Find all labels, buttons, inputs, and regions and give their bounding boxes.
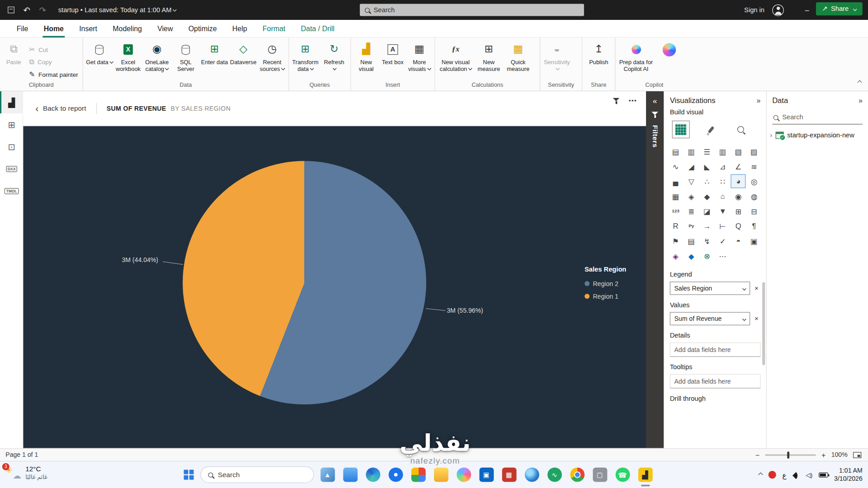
expand-dataset-icon[interactable]: › [770, 131, 772, 139]
viz-slicer-icon[interactable]: ▼ [716, 205, 730, 217]
viz-python-icon[interactable]: Py [684, 220, 698, 232]
dataset-item[interactable]: › startup-expansion-new [767, 125, 868, 146]
viz-smart-narrative-icon[interactable]: ¶ [747, 220, 761, 232]
viz-more-visuals-icon[interactable]: ⋯ [716, 249, 730, 262]
viz-scatter-chart-icon[interactable]: ∴ [700, 175, 714, 188]
menu-item-optimize[interactable]: Optimize [181, 19, 225, 37]
menu-item-help[interactable]: Help [225, 19, 255, 37]
wifi-icon[interactable] [793, 472, 800, 478]
format-visual-tab[interactable] [704, 123, 717, 136]
viz-azure-map-icon[interactable]: ◉ [731, 190, 745, 202]
viz-area-chart-icon[interactable]: ◢ [684, 160, 698, 173]
refresh-button[interactable]: ↻ Refresh [320, 40, 348, 72]
viz-custom-visual-1-icon[interactable]: ◆ [684, 249, 698, 262]
viz-line-chart-icon[interactable]: ∿ [669, 160, 683, 173]
copy-button[interactable]: ⧉Copy [29, 57, 78, 66]
details-drop-zone[interactable]: Add data fields here [670, 343, 761, 357]
viz-clustered-column-chart-icon[interactable]: ▥ [716, 145, 730, 158]
taskbar-browser-icon[interactable] [524, 468, 539, 482]
viz-metrics-icon[interactable]: ⚑ [669, 235, 683, 247]
viz-decomposition-tree-icon[interactable]: ⊢ [716, 220, 730, 232]
tray-expand-icon[interactable] [758, 472, 763, 477]
taskbar-app-red-icon[interactable]: ▦ [502, 468, 516, 482]
tmdl-view-button[interactable]: TMDL [0, 180, 23, 202]
sign-in-button[interactable]: Sign in [744, 6, 764, 14]
format-painter-button[interactable]: ✎Format painter [29, 70, 78, 79]
viz-multi-row-card-icon[interactable]: ≣ [684, 205, 698, 217]
publish-button[interactable]: ↥ Publish [585, 40, 613, 66]
menu-item-view[interactable]: View [150, 19, 181, 37]
text-box-button[interactable]: A Text box [380, 40, 406, 66]
save-icon[interactable] [8, 7, 14, 14]
clock[interactable]: 1:01 AM 3/10/2026 [834, 466, 863, 483]
collapse-ribbon-icon[interactable] [858, 76, 861, 86]
viz-funnel-chart-icon[interactable]: ▽ [684, 175, 698, 188]
onelake-catalog-button[interactable]: ◉ OneLake catalog [143, 40, 171, 72]
viz-card-icon[interactable]: 123 [669, 205, 683, 217]
viz-power-automate-icon[interactable]: ↯ [700, 235, 714, 247]
volume-icon[interactable]: ◁) [806, 471, 812, 479]
sql-server-button[interactable]: SQL Server [172, 40, 200, 72]
viz-qa-icon[interactable]: Q [731, 220, 745, 232]
pie-chart[interactable] [183, 161, 426, 404]
cut-button[interactable]: ✂Cut [29, 45, 78, 53]
viz-image-icon[interactable]: ▣ [747, 235, 761, 247]
build-visual-tab[interactable] [674, 123, 687, 136]
get-data-button[interactable]: Get data [85, 40, 113, 66]
viz-pie-chart-icon[interactable]: ◕ [731, 175, 745, 188]
more-options-icon[interactable]: ⋯ [628, 96, 637, 106]
taskbar-app-green-icon[interactable]: ∿ [547, 468, 561, 482]
dataverse-button[interactable]: ◇ Dataverse [229, 40, 257, 66]
remove-legend-field-icon[interactable]: × [752, 284, 760, 292]
document-title[interactable]: startup • Last saved: Today at 1:00 AM [58, 6, 176, 14]
visualizations-scrollbar[interactable] [762, 282, 765, 365]
viz-100-stacked-bar-chart-icon[interactable]: ▧ [731, 145, 745, 158]
viz-treemap-icon[interactable]: ▦ [669, 190, 683, 202]
taskbar-folder-icon[interactable] [434, 468, 448, 482]
viz-donut-chart-icon[interactable]: ◎ [747, 175, 761, 188]
remove-values-field-icon[interactable]: × [752, 315, 760, 323]
menu-item-data-drill[interactable]: Data / Drill [293, 19, 342, 37]
taskbar-edge-icon[interactable] [366, 468, 380, 482]
new-visual-calculation-button[interactable]: ƒx New visual calculation [437, 40, 474, 72]
taskbar-whatsapp-icon[interactable]: ☎ [615, 468, 630, 482]
zoom-slider[interactable] [765, 454, 816, 456]
share-button[interactable]: ↗Share [816, 2, 863, 15]
taskbar-search-input[interactable]: Search [200, 466, 314, 483]
report-view-button[interactable]: ▟ [0, 91, 23, 113]
quick-measure-button[interactable]: ▦ Quick measure [504, 40, 533, 72]
copilot-button[interactable] [655, 40, 684, 57]
viz-shape-map-icon[interactable]: ⌂ [716, 190, 730, 202]
viz-line-stacked-column-chart-icon[interactable]: ⊿ [716, 160, 730, 173]
taskbar-power-bi-icon[interactable]: ▟ [638, 468, 652, 482]
viz-100-stacked-column-chart-icon[interactable]: ▨ [747, 145, 761, 158]
zoom-slider-thumb[interactable] [788, 451, 790, 459]
values-field-pill[interactable]: Sum of Revenue [670, 312, 750, 325]
weather-widget[interactable]: ☀ ☁ 3 12°C غائم غالبًا [5, 465, 47, 482]
back-to-report-button[interactable]: ‹ Back to report [35, 104, 86, 113]
taskbar-photos-icon[interactable]: ▲ [320, 468, 335, 482]
more-visuals-button[interactable]: ▦ More visuals [406, 40, 433, 72]
viz-stacked-area-chart-icon[interactable]: ◣ [700, 160, 714, 173]
fit-to-page-icon[interactable] [853, 452, 861, 458]
menu-item-insert[interactable]: Insert [71, 19, 105, 37]
filter-icon[interactable] [613, 98, 620, 103]
viz-gauge-icon[interactable]: ◓ [731, 235, 745, 247]
dax-query-view-button[interactable]: DAX [0, 158, 23, 180]
filters-pane-label[interactable]: Filters [651, 125, 659, 148]
viz-stacked-bar-chart-icon[interactable]: ▤ [669, 145, 683, 158]
taskbar-chrome-icon[interactable] [570, 468, 585, 482]
taskbar-paint-icon[interactable] [457, 468, 471, 482]
viz-paginated-report-icon[interactable]: ▤ [684, 235, 698, 247]
legend-field-pill[interactable]: Sales Region [670, 282, 750, 295]
viz-line-clustered-column-chart-icon[interactable]: ∠ [731, 160, 745, 173]
data-search-input[interactable]: Search [772, 111, 863, 125]
legend-item-region1[interactable]: Region 1 [585, 290, 626, 303]
collapse-visualizations-icon[interactable]: » [757, 96, 761, 104]
viz-scorecard-icon[interactable]: ✓ [716, 235, 730, 247]
transform-data-button[interactable]: ⊞ Transform data [291, 40, 319, 72]
paste-button[interactable]: ⧉ Paste [2, 40, 25, 66]
taskbar-app-gray-icon[interactable]: ▢ [593, 468, 607, 482]
language-indicator[interactable]: ع [782, 470, 787, 479]
recent-sources-button[interactable]: ◷ Recent sources [258, 40, 286, 72]
